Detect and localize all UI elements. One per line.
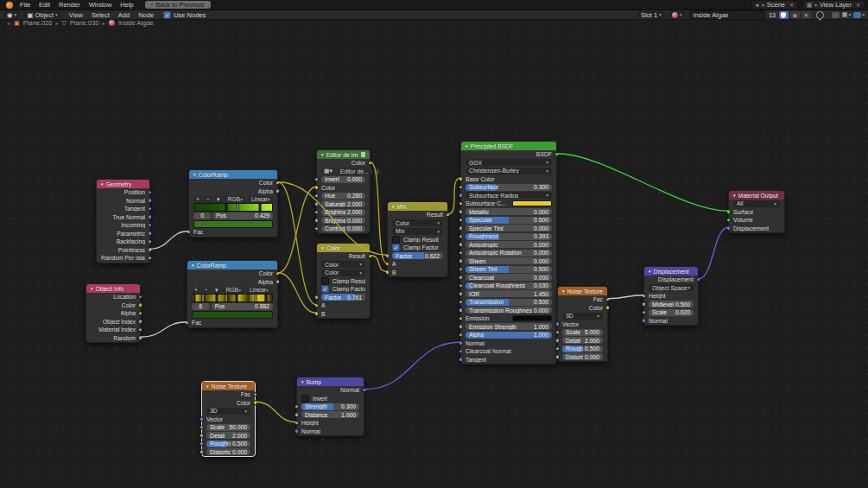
- node-wire: [278, 182, 316, 305]
- editor-type-button[interactable]: ◉▾: [3, 11, 20, 18]
- fake-user-button[interactable]: [779, 11, 789, 19]
- menu-select[interactable]: Select: [87, 11, 114, 19]
- close-icon[interactable]: ✕: [854, 2, 860, 8]
- node-wire: [150, 231, 188, 250]
- scene-icon: ●: [756, 2, 759, 8]
- node-wire: [364, 342, 460, 390]
- shader-editor-icon: ◉: [7, 11, 13, 19]
- node-wire: [141, 322, 187, 338]
- scene-selector[interactable]: ●▾ Scene ✕: [751, 0, 798, 10]
- material-browse-dropdown[interactable]: ▾: [668, 11, 686, 18]
- breadcrumb: ▸ ▣ Plane.026 ▸ ▽ Plane.030 ▸ Inside Alg…: [8, 19, 154, 27]
- use-nodes-checkbox[interactable]: ✓: [163, 11, 171, 19]
- chevron-right-icon: ▸: [8, 20, 10, 26]
- node-wire: [557, 154, 728, 212]
- node-wire: [278, 182, 387, 256]
- snap-grid-icon: ▦: [842, 11, 848, 18]
- node-wire: [371, 162, 387, 263]
- chevron-down-icon: ▾: [659, 12, 662, 17]
- object-icon: ▣: [14, 20, 20, 27]
- menu-window[interactable]: Window: [85, 1, 117, 9]
- view-layer-name: View Layer: [820, 1, 852, 9]
- node-wire: [699, 227, 728, 279]
- breadcrumb-object[interactable]: Plane.026: [23, 19, 53, 27]
- chevron-down-icon: ▾: [848, 12, 851, 17]
- object-icon: ▣: [27, 11, 33, 19]
- node-wire: [256, 402, 296, 422]
- shader-editor-header: ◉▾ ▣ Object ▾ View Select Add Node ✓ Use…: [0, 10, 868, 20]
- chevron-right-icon: ▸: [103, 20, 105, 26]
- scene-name: Scene: [767, 1, 785, 9]
- material-name: Inside Algae: [694, 11, 729, 19]
- blender-logo-icon[interactable]: [6, 2, 13, 9]
- chevron-down-icon: ▾: [762, 3, 764, 8]
- shield-icon: [781, 12, 786, 18]
- chevron-down-icon: ▾: [680, 12, 682, 17]
- view-layer-icon: ▦: [807, 2, 812, 9]
- node-wire: [371, 256, 387, 272]
- menu-add[interactable]: Add: [114, 11, 134, 19]
- chevron-down-icon: ▾: [862, 12, 865, 17]
- material-users-badge[interactable]: 13: [768, 12, 777, 18]
- close-icon[interactable]: ✕: [788, 2, 794, 8]
- view-layer-selector[interactable]: ▦▾ View Layer ✕: [802, 0, 865, 10]
- pin-icon[interactable]: [814, 10, 826, 21]
- material-name-field[interactable]: Inside Algae: [689, 10, 765, 20]
- topbar: File Edit Render Window Help ‹ Back to P…: [0, 0, 868, 10]
- slot-dropdown[interactable]: Slot 1 ▾: [637, 11, 665, 18]
- editor-mode-dropdown[interactable]: ▾: [853, 12, 865, 18]
- chevron-down-icon: ▾: [814, 3, 817, 8]
- slot-label: Slot 1: [641, 11, 657, 19]
- new-material-button[interactable]: ⊕: [790, 11, 800, 19]
- material-icon: [109, 20, 115, 26]
- shader-type-dropdown[interactable]: ▣ Object ▾: [23, 11, 61, 18]
- node-overlays-button[interactable]: [832, 12, 839, 18]
- menu-node[interactable]: Node: [134, 11, 158, 19]
- menu-render[interactable]: Render: [54, 1, 85, 9]
- chevron-right-icon: ▸: [55, 20, 58, 26]
- use-nodes-label: Use Nodes: [174, 11, 206, 19]
- snapping-dropdown[interactable]: ▦▾: [842, 11, 851, 18]
- overlays-icon: [832, 12, 839, 18]
- back-to-previous-label: Back to Previous: [155, 1, 204, 9]
- back-arrow-icon: ‹: [151, 1, 154, 9]
- menu-file[interactable]: File: [16, 1, 35, 9]
- chevron-down-icon: ▾: [15, 12, 17, 17]
- unlink-material-button[interactable]: ✕: [801, 11, 811, 19]
- back-to-previous-button[interactable]: ‹ Back to Previous: [145, 1, 211, 9]
- shader-type-label: Object: [35, 11, 54, 19]
- material-icon: [672, 12, 678, 18]
- mesh-data-icon: ▽: [61, 20, 66, 27]
- node-wire: [448, 178, 460, 214]
- node-wire: [278, 273, 316, 314]
- breadcrumb-mesh[interactable]: Plane.030: [70, 19, 99, 27]
- image-icon: [853, 12, 861, 18]
- node-wire: [278, 187, 316, 273]
- menu-help[interactable]: Help: [116, 1, 137, 9]
- breadcrumb-material[interactable]: Inside Algae: [118, 19, 154, 27]
- menu-edit[interactable]: Edit: [35, 1, 54, 9]
- node-wire: [608, 295, 643, 299]
- menu-view[interactable]: View: [65, 11, 87, 19]
- chevron-down-icon: ▾: [55, 12, 58, 17]
